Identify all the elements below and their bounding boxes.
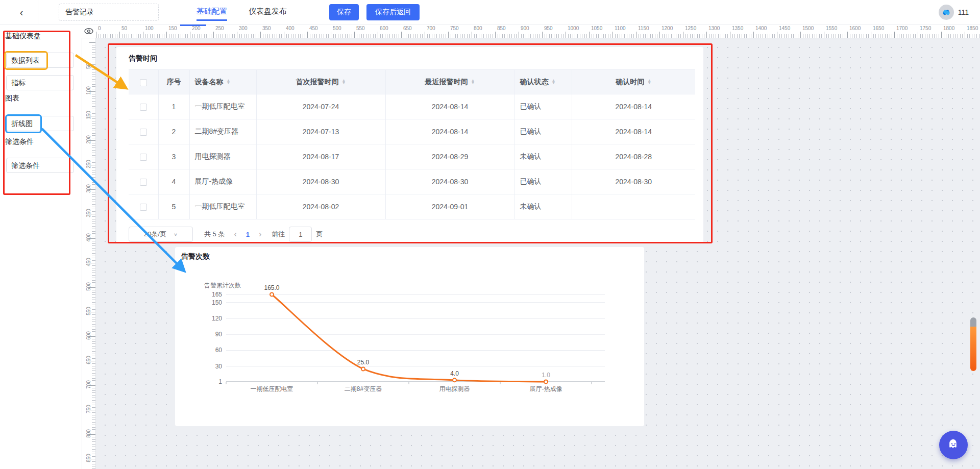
v-ruler-label: 550 (86, 301, 91, 322)
sidebar-item-data-list[interactable]: 数据列表 (6, 53, 74, 68)
alarm-count-widget[interactable]: 告警次数 告警累计次数1306090120150165一期低压配电室二期8#变压… (175, 247, 644, 426)
sort-icon[interactable]: ▲▼ (471, 80, 475, 85)
sort-icon[interactable]: ▲▼ (342, 80, 346, 85)
cell-checkbox (129, 194, 158, 219)
cell-last_time: 2024-08-29 (385, 144, 514, 169)
sort-icon[interactable]: ▲▼ (227, 80, 231, 85)
cell-first_time: 2024-08-02 (256, 194, 385, 219)
h-ruler-label: 1100 (615, 26, 626, 31)
v-ruler-label: 200 (86, 130, 91, 150)
cell-first_time: 2024-08-17 (256, 144, 385, 169)
h-ruler-label: 600 (380, 26, 388, 31)
h-ruler-label: 50 (121, 26, 127, 31)
alarm-time-widget[interactable]: 告警时间 序号设备名称▲▼首次报警时间▲▼最近报警时间▲▼确认状态▲▼确认时间▲… (116, 47, 703, 243)
user-name: 111 (958, 8, 969, 16)
v-ruler-label: 500 (86, 277, 91, 297)
h-ruler-label: 1400 (755, 26, 767, 31)
row-checkbox[interactable] (140, 179, 147, 186)
tab-dashboard-publish[interactable]: 仪表盘发布 (249, 7, 287, 19)
cell-first_time: 2024-08-30 (256, 169, 385, 194)
column-header-confirm_time[interactable]: 确认时间▲▼ (572, 70, 695, 94)
h-ruler-label: 1300 (708, 26, 720, 31)
v-ruler-label: 600 (86, 326, 91, 346)
row-checkbox[interactable] (140, 104, 147, 111)
h-ruler-label: 350 (262, 26, 271, 31)
alarm-table: 序号设备名称▲▼首次报警时间▲▼最近报警时间▲▼确认状态▲▼确认时间▲▼ 1一期… (129, 69, 695, 219)
svg-text:90: 90 (215, 331, 223, 338)
pagination-bar: 20条/页 ∨ 共 5 条 ‹ 1 › 前往 页 (129, 227, 323, 242)
cell-index: 3 (158, 144, 189, 169)
svg-text:165.0: 165.0 (264, 284, 279, 291)
next-page-icon[interactable]: › (259, 230, 261, 239)
v-ruler-label: 100 (86, 81, 91, 101)
page-size-select[interactable]: 20条/页 ∨ (129, 227, 193, 242)
table-row: 4展厅-热成像2024-08-302024-08-30已确认2024-08-30 (129, 169, 695, 194)
h-ruler-label: 900 (521, 26, 529, 31)
v-ruler-label: 50 (86, 56, 91, 77)
column-header-first_time[interactable]: 首次报警时间▲▼ (256, 70, 385, 94)
column-header-last_time[interactable]: 最近报警时间▲▼ (385, 70, 514, 94)
tab-basic-config[interactable]: 基础配置 (197, 7, 227, 21)
sidebar-item-line-chart[interactable]: 折线图 (6, 116, 74, 131)
scrollbar-thumb[interactable] (970, 317, 976, 371)
v-ruler-label: 650 (86, 350, 91, 371)
cell-confirm_time: 2024-08-30 (572, 169, 695, 194)
svg-text:二期8#变压器: 二期8#变压器 (345, 385, 382, 392)
sidebar-item-metric[interactable]: 指标 (6, 75, 74, 90)
back-icon[interactable]: ‹ (14, 5, 29, 19)
row-checkbox[interactable] (140, 154, 147, 161)
row-checkbox[interactable] (140, 129, 147, 136)
prev-page-icon[interactable]: ‹ (234, 230, 236, 239)
v-ruler-label: 250 (86, 154, 91, 175)
h-ruler-label: 250 (215, 26, 224, 31)
dashboard-name-input[interactable] (59, 4, 159, 21)
h-ruler-label: 650 (403, 26, 412, 31)
current-page[interactable]: 1 (246, 231, 250, 238)
cell-last_time: 2024-08-14 (385, 119, 514, 144)
cell-index: 5 (158, 194, 189, 219)
column-header-device[interactable]: 设备名称▲▼ (189, 70, 256, 94)
column-header-status[interactable]: 确认状态▲▼ (514, 70, 572, 94)
goto-page-input[interactable] (289, 227, 312, 242)
row-checkbox[interactable] (140, 204, 147, 211)
avatar[interactable] (939, 5, 954, 20)
h-ruler-label: 850 (497, 26, 506, 31)
table-row: 1一期低压配电室2024-07-242024-08-14已确认2024-08-1… (129, 94, 695, 119)
line-chart: 告警累计次数1306090120150165一期低压配电室二期8#变压器用电探测… (175, 247, 644, 426)
svg-text:告警累计次数: 告警累计次数 (204, 282, 241, 289)
cell-first_time: 2024-07-13 (256, 119, 385, 144)
select-all-checkbox[interactable] (140, 79, 147, 86)
sort-icon[interactable]: ▲▼ (647, 80, 651, 85)
v-ruler-label: 800 (86, 424, 91, 444)
cell-device: 一期低压配电室 (189, 194, 256, 219)
eye-icon[interactable] (84, 28, 93, 34)
horizontal-ruler: 0501001502002503003504004505005506006507… (96, 24, 980, 38)
chevron-down-icon: ∨ (174, 232, 178, 236)
svg-text:25.0: 25.0 (357, 359, 370, 366)
h-ruler-label: 300 (239, 26, 248, 31)
cell-device: 展厅-热成像 (189, 169, 256, 194)
h-ruler-label: 1350 (732, 26, 743, 31)
h-ruler-label: 200 (192, 26, 201, 31)
save-return-button[interactable]: 保存后返回 (366, 4, 420, 20)
sidebar-item-filter-item[interactable]: 筛选条件 (6, 158, 74, 173)
sort-icon[interactable]: ▲▼ (552, 80, 556, 85)
cell-index: 2 (158, 119, 189, 144)
svg-text:30: 30 (215, 363, 223, 370)
h-ruler-label: 1050 (591, 26, 602, 31)
cell-last_time: 2024-08-14 (385, 94, 514, 119)
chat-assistant-button[interactable] (939, 431, 968, 459)
svg-text:1: 1 (218, 378, 222, 385)
h-ruler-label: 0 (98, 26, 101, 31)
h-ruler-label: 150 (168, 26, 177, 31)
cell-confirm_time: 2024-08-14 (572, 94, 695, 119)
save-button[interactable]: 保存 (329, 4, 359, 20)
sidebar-section-basic-dashboard: 基础仪表盘 (5, 32, 41, 41)
top-header: ‹ 基础配置 仪表盘发布 保存 保存后返回 111 (0, 0, 980, 24)
h-ruler-label: 800 (474, 26, 482, 31)
cell-status: 未确认 (514, 144, 572, 169)
cell-confirm_time: 2024-08-14 (572, 119, 695, 144)
cell-last_time: 2024-09-01 (385, 194, 514, 219)
h-ruler-label: 500 (333, 26, 341, 31)
total-count: 共 5 条 (204, 230, 225, 239)
